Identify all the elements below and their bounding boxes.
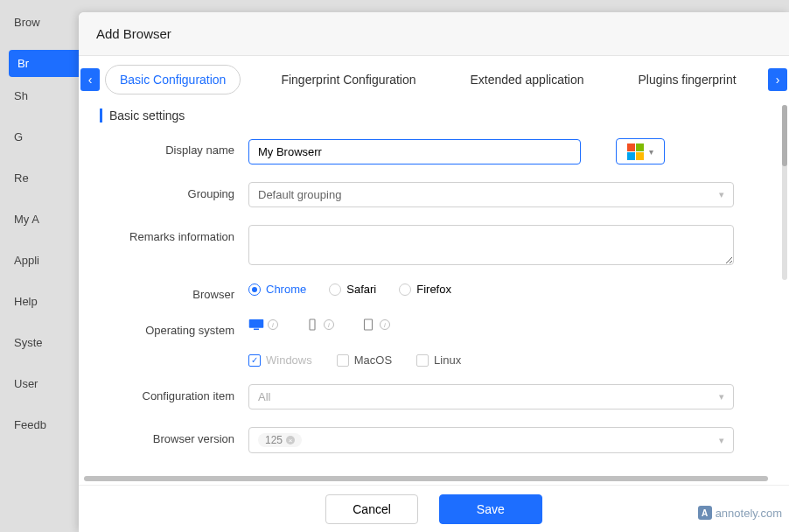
tabs-prev-button[interactable]: ‹ bbox=[80, 68, 100, 91]
config-item-select[interactable]: All ▾ bbox=[248, 384, 734, 410]
radio-icon bbox=[399, 284, 411, 296]
checkbox-icon bbox=[248, 354, 261, 367]
device-type-icons: i i i bbox=[248, 318, 390, 331]
windows-logo-icon bbox=[627, 144, 644, 160]
tab-plugins-fingerprint[interactable]: Plugins fingerprint bbox=[625, 66, 751, 94]
cancel-button[interactable]: Cancel bbox=[325, 494, 418, 524]
svg-rect-0 bbox=[249, 319, 264, 328]
form-content: Basic settings Display name ▾ Grouping D… bbox=[79, 103, 789, 532]
radio-icon bbox=[329, 284, 341, 296]
annotely-logo-icon: A bbox=[698, 506, 712, 520]
remarks-textarea[interactable] bbox=[248, 225, 734, 265]
svg-rect-1 bbox=[254, 329, 259, 331]
display-name-input[interactable] bbox=[248, 139, 581, 164]
grouping-select[interactable]: Default grouping ▾ bbox=[248, 182, 734, 207]
label-os: Operating system bbox=[100, 318, 248, 337]
radio-icon bbox=[248, 284, 261, 296]
tablet-device-option[interactable]: i bbox=[360, 318, 390, 331]
section-title: Basic settings bbox=[100, 108, 768, 122]
info-icon[interactable]: i bbox=[324, 319, 334, 330]
vertical-scrollbar[interactable] bbox=[782, 105, 787, 280]
info-icon[interactable]: i bbox=[268, 319, 278, 330]
tab-extended-application[interactable]: Extended application bbox=[457, 66, 598, 94]
radio-chrome[interactable]: Chrome bbox=[248, 283, 306, 296]
version-value: 125 bbox=[265, 434, 283, 446]
chevron-left-icon: ‹ bbox=[88, 73, 93, 87]
label-config-item: Configuration item bbox=[100, 384, 248, 402]
chevron-down-icon: ▾ bbox=[719, 189, 724, 200]
tab-basic-configuration[interactable]: Basic Configuration bbox=[105, 65, 241, 94]
grouping-select-value: Default grouping bbox=[258, 188, 341, 201]
watermark-text: annotely.com bbox=[716, 507, 782, 520]
radio-label: Chrome bbox=[266, 283, 306, 296]
horizontal-scrollbar[interactable] bbox=[84, 476, 768, 481]
icon-picker[interactable]: ▾ bbox=[616, 138, 665, 164]
dialog-header: Add Browser bbox=[79, 12, 789, 56]
check-windows: Windows bbox=[248, 354, 312, 367]
label-browser: Browser bbox=[100, 283, 248, 301]
tablet-icon bbox=[360, 318, 376, 331]
tab-fingerprint-configuration[interactable]: Fingerprint Configuration bbox=[267, 66, 429, 94]
desktop-device-option[interactable]: i bbox=[248, 318, 278, 331]
label-remarks: Remarks information bbox=[100, 225, 248, 243]
check-label: Windows bbox=[266, 354, 312, 367]
add-browser-dialog: Add Browser ‹ Basic Configuration Finger… bbox=[79, 12, 789, 532]
chevron-down-icon: ▾ bbox=[719, 391, 724, 402]
info-icon[interactable]: i bbox=[380, 319, 390, 330]
check-macos[interactable]: MacOS bbox=[337, 354, 392, 367]
radio-safari[interactable]: Safari bbox=[329, 283, 376, 296]
svg-rect-2 bbox=[310, 319, 315, 330]
mobile-icon bbox=[304, 318, 320, 331]
version-tag[interactable]: 125 × bbox=[258, 433, 302, 447]
chevron-right-icon: › bbox=[776, 73, 780, 87]
chevron-down-icon: ▾ bbox=[649, 147, 653, 157]
browser-radio-group: Chrome Safari Firefox bbox=[248, 283, 451, 296]
check-label: MacOS bbox=[354, 354, 392, 367]
config-item-value: All bbox=[258, 390, 270, 403]
desktop-icon bbox=[248, 318, 264, 331]
svg-rect-3 bbox=[365, 319, 373, 330]
tabs-next-button[interactable]: › bbox=[768, 68, 787, 91]
radio-label: Firefox bbox=[416, 283, 451, 296]
tabs-row: ‹ Basic Configuration Fingerprint Config… bbox=[79, 56, 789, 103]
checkbox-icon bbox=[416, 354, 429, 367]
mobile-device-option[interactable]: i bbox=[304, 318, 334, 331]
remove-tag-icon[interactable]: × bbox=[286, 436, 295, 444]
label-browser-version: Browser version bbox=[100, 427, 248, 445]
save-button[interactable]: Save bbox=[439, 494, 542, 524]
label-grouping: Grouping bbox=[100, 182, 248, 200]
radio-firefox[interactable]: Firefox bbox=[399, 283, 451, 296]
checkbox-icon bbox=[337, 354, 349, 367]
chevron-down-icon: ▾ bbox=[719, 435, 724, 446]
dialog-footer: Cancel Save bbox=[79, 485, 789, 532]
browser-version-select[interactable]: 125 × ▾ bbox=[248, 427, 734, 453]
label-display-name: Display name bbox=[100, 138, 248, 157]
check-label: Linux bbox=[434, 354, 461, 367]
os-check-group: Windows MacOS Linux bbox=[248, 354, 461, 367]
watermark: A annotely.com bbox=[698, 506, 782, 520]
dialog-title: Add Browser bbox=[96, 26, 772, 41]
radio-label: Safari bbox=[346, 283, 376, 296]
check-linux[interactable]: Linux bbox=[416, 354, 461, 367]
tabs: Basic Configuration Fingerprint Configur… bbox=[105, 65, 763, 94]
